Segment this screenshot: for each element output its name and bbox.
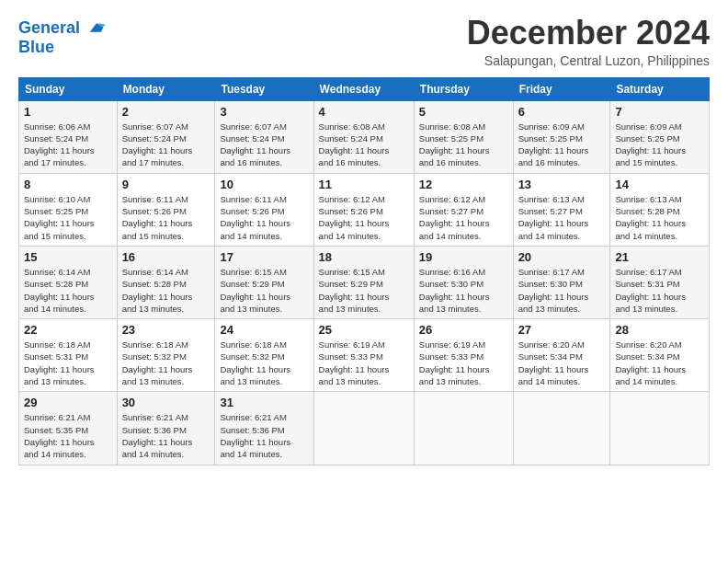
table-row: 12Sunrise: 6:12 AM Sunset: 5:27 PM Dayli… [414,173,513,246]
table-row: 9Sunrise: 6:11 AM Sunset: 5:26 PM Daylig… [117,173,215,246]
table-row: 16Sunrise: 6:14 AM Sunset: 5:28 PM Dayli… [117,246,215,318]
day-number: 26 [419,323,508,337]
day-info: Sunrise: 6:08 AM Sunset: 5:25 PM Dayligh… [419,121,508,169]
calendar-week-row: 22Sunrise: 6:18 AM Sunset: 5:31 PM Dayli… [19,319,710,392]
day-info: Sunrise: 6:18 AM Sunset: 5:32 PM Dayligh… [122,339,210,387]
table-row: 4Sunrise: 6:08 AM Sunset: 5:24 PM Daylig… [313,100,414,173]
day-info: Sunrise: 6:09 AM Sunset: 5:25 PM Dayligh… [518,121,606,169]
day-number: 1 [24,105,112,119]
table-row: 2Sunrise: 6:07 AM Sunset: 5:24 PM Daylig… [117,100,215,173]
location-subtitle: Salapungan, Central Luzon, Philippines [467,53,710,68]
header-monday: Monday [117,77,215,100]
day-number: 30 [122,396,210,409]
day-number: 3 [220,105,308,119]
day-info: Sunrise: 6:15 AM Sunset: 5:29 PM Dayligh… [220,266,308,315]
table-row: 26Sunrise: 6:19 AM Sunset: 5:33 PM Dayli… [414,319,513,392]
table-row: 1Sunrise: 6:06 AM Sunset: 5:24 PM Daylig… [19,100,118,173]
day-info: Sunrise: 6:19 AM Sunset: 5:33 PM Dayligh… [419,339,508,387]
table-row: 17Sunrise: 6:15 AM Sunset: 5:29 PM Dayli… [215,246,313,318]
day-number: 25 [319,323,409,337]
calendar-week-row: 15Sunrise: 6:14 AM Sunset: 5:28 PM Dayli… [19,246,710,318]
day-info: Sunrise: 6:13 AM Sunset: 5:28 PM Dayligh… [615,193,704,242]
table-row: 24Sunrise: 6:18 AM Sunset: 5:32 PM Dayli… [215,319,313,392]
day-info: Sunrise: 6:20 AM Sunset: 5:34 PM Dayligh… [518,339,606,387]
day-number: 17 [220,250,308,264]
day-number: 28 [615,323,704,337]
header-tuesday: Tuesday [215,77,313,100]
table-row: 25Sunrise: 6:19 AM Sunset: 5:33 PM Dayli… [313,319,414,392]
calendar-week-row: 1Sunrise: 6:06 AM Sunset: 5:24 PM Daylig… [19,100,710,173]
day-number: 22 [24,323,112,337]
day-info: Sunrise: 6:12 AM Sunset: 5:27 PM Dayligh… [419,193,508,242]
table-row: 18Sunrise: 6:15 AM Sunset: 5:29 PM Dayli… [313,246,414,318]
day-number: 11 [319,178,409,191]
table-row: 10Sunrise: 6:11 AM Sunset: 5:26 PM Dayli… [215,173,313,246]
day-number: 27 [518,323,606,337]
day-number: 9 [122,178,210,191]
day-info: Sunrise: 6:21 AM Sunset: 5:36 PM Dayligh… [122,411,210,460]
table-row: 22Sunrise: 6:18 AM Sunset: 5:31 PM Dayli… [19,319,118,392]
day-number: 20 [518,250,606,264]
table-row: 14Sunrise: 6:13 AM Sunset: 5:28 PM Dayli… [610,173,710,246]
day-info: Sunrise: 6:11 AM Sunset: 5:26 PM Dayligh… [122,193,210,242]
page: General Blue December 2024 Salapungan, C… [0,0,728,475]
table-row: 8Sunrise: 6:10 AM Sunset: 5:25 PM Daylig… [19,173,118,246]
logo-blue: Blue [18,38,107,57]
table-row: 5Sunrise: 6:08 AM Sunset: 5:25 PM Daylig… [414,100,513,173]
day-info: Sunrise: 6:16 AM Sunset: 5:30 PM Dayligh… [419,266,508,315]
table-row: 21Sunrise: 6:17 AM Sunset: 5:31 PM Dayli… [610,246,710,318]
day-number: 5 [419,105,508,119]
day-info: Sunrise: 6:17 AM Sunset: 5:30 PM Dayligh… [518,266,606,315]
day-number: 21 [615,250,704,264]
day-number: 29 [24,396,112,409]
table-row [414,392,513,465]
header: General Blue December 2024 Salapungan, C… [18,15,710,68]
day-info: Sunrise: 6:07 AM Sunset: 5:24 PM Dayligh… [122,121,210,169]
day-info: Sunrise: 6:06 AM Sunset: 5:24 PM Dayligh… [24,121,112,169]
day-info: Sunrise: 6:17 AM Sunset: 5:31 PM Dayligh… [615,266,704,315]
table-row: 31Sunrise: 6:21 AM Sunset: 5:36 PM Dayli… [215,392,313,465]
day-number: 4 [319,105,409,119]
day-info: Sunrise: 6:09 AM Sunset: 5:25 PM Dayligh… [615,121,704,169]
header-saturday: Saturday [610,77,710,100]
day-info: Sunrise: 6:19 AM Sunset: 5:33 PM Dayligh… [319,339,409,387]
day-number: 7 [615,105,704,119]
table-row: 13Sunrise: 6:13 AM Sunset: 5:27 PM Dayli… [513,173,610,246]
table-row: 7Sunrise: 6:09 AM Sunset: 5:25 PM Daylig… [610,100,710,173]
table-row: 30Sunrise: 6:21 AM Sunset: 5:36 PM Dayli… [117,392,215,465]
header-wednesday: Wednesday [313,77,414,100]
table-row: 19Sunrise: 6:16 AM Sunset: 5:30 PM Dayli… [414,246,513,318]
day-info: Sunrise: 6:08 AM Sunset: 5:24 PM Dayligh… [319,121,409,169]
day-number: 31 [220,396,308,409]
day-info: Sunrise: 6:21 AM Sunset: 5:35 PM Dayligh… [24,411,112,460]
table-row: 6Sunrise: 6:09 AM Sunset: 5:25 PM Daylig… [513,100,610,173]
table-row: 28Sunrise: 6:20 AM Sunset: 5:34 PM Dayli… [610,319,710,392]
header-sunday: Sunday [19,77,118,100]
day-number: 15 [24,250,112,264]
day-info: Sunrise: 6:13 AM Sunset: 5:27 PM Dayligh… [518,193,606,242]
day-number: 24 [220,323,308,337]
logo: General Blue [18,18,107,56]
day-info: Sunrise: 6:18 AM Sunset: 5:31 PM Dayligh… [24,339,112,387]
day-number: 6 [518,105,606,119]
day-info: Sunrise: 6:20 AM Sunset: 5:34 PM Dayligh… [615,339,704,387]
table-row [313,392,414,465]
logo-general: General [18,18,80,37]
table-row: 29Sunrise: 6:21 AM Sunset: 5:35 PM Dayli… [19,392,118,465]
day-number: 18 [319,250,409,264]
table-row [610,392,710,465]
table-row: 11Sunrise: 6:12 AM Sunset: 5:26 PM Dayli… [313,173,414,246]
table-row: 20Sunrise: 6:17 AM Sunset: 5:30 PM Dayli… [513,246,610,318]
header-thursday: Thursday [414,77,513,100]
day-number: 2 [122,105,210,119]
day-number: 16 [122,250,210,264]
day-number: 10 [220,178,308,191]
logo-icon [86,21,107,36]
calendar-week-row: 8Sunrise: 6:10 AM Sunset: 5:25 PM Daylig… [19,173,710,246]
table-row: 3Sunrise: 6:07 AM Sunset: 5:24 PM Daylig… [215,100,313,173]
day-info: Sunrise: 6:07 AM Sunset: 5:24 PM Dayligh… [220,121,308,169]
day-info: Sunrise: 6:18 AM Sunset: 5:32 PM Dayligh… [220,339,308,387]
title-block: December 2024 Salapungan, Central Luzon,… [467,15,710,68]
day-number: 13 [518,178,606,191]
day-info: Sunrise: 6:12 AM Sunset: 5:26 PM Dayligh… [319,193,409,242]
